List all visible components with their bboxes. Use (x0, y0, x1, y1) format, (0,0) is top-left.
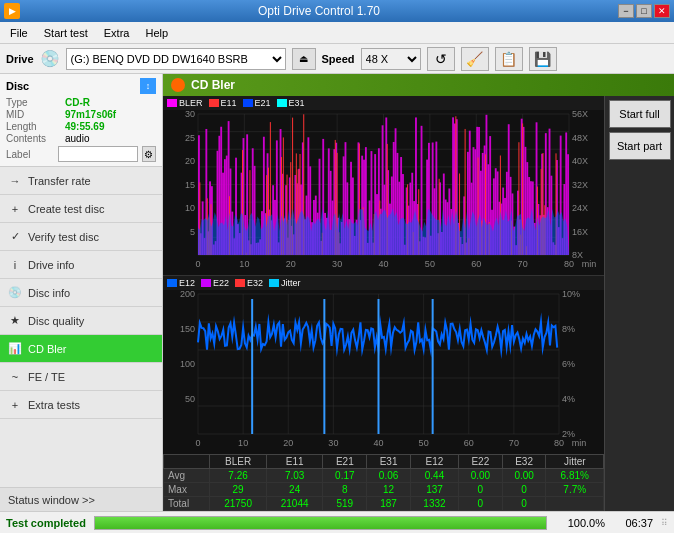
stats-header- (164, 455, 210, 469)
erase-button[interactable]: 🧹 (461, 47, 489, 71)
close-button[interactable]: ✕ (654, 4, 670, 18)
nav-icon-create-test-disc: + (8, 202, 22, 216)
type-value: CD-R (65, 97, 90, 108)
stats-cell-Total-0: 21750 (210, 497, 267, 511)
nav-item-disc-info[interactable]: 💿Disc info (0, 279, 162, 307)
maximize-button[interactable]: □ (636, 4, 652, 18)
chart-title-bar: CD Bler (163, 74, 674, 96)
speed-label: Speed (322, 53, 355, 65)
stats-header-E11: E11 (266, 455, 323, 469)
refresh-button[interactable]: ↺ (427, 47, 455, 71)
stats-cell-Total-6: 0 (502, 497, 546, 511)
stats-cell-Max-2: 8 (323, 483, 367, 497)
length-key: Length (6, 121, 61, 132)
nav-icon-drive-info: i (8, 258, 22, 272)
legend-e12: E12 (167, 278, 195, 288)
stats-cell-Avg-3: 0.06 (367, 469, 411, 483)
stats-row-total: Total (164, 497, 210, 511)
time-elapsed: 06:37 (613, 517, 653, 529)
legend-e22: E22 (201, 278, 229, 288)
label-key: Label (6, 149, 54, 160)
stats-cell-Max-4: 137 (410, 483, 458, 497)
copy-button[interactable]: 📋 (495, 47, 523, 71)
stats-cell-Max-5: 0 (458, 483, 502, 497)
legend-e32: E32 (235, 278, 263, 288)
progress-fill (95, 517, 546, 529)
top-chart (163, 96, 604, 275)
drive-label: Drive (6, 53, 34, 65)
drive-select[interactable]: (G:) BENQ DVD DD DW1640 BSRB (66, 48, 286, 70)
stats-cell-Avg-6: 0.00 (502, 469, 546, 483)
legend-e11: E11 (209, 98, 237, 108)
menu-extra[interactable]: Extra (98, 25, 136, 41)
menu-file[interactable]: File (4, 25, 34, 41)
stats-cell-Max-1: 24 (266, 483, 323, 497)
minimize-button[interactable]: − (618, 4, 634, 18)
speed-select[interactable]: 48 X (361, 48, 421, 70)
nav-item-disc-quality[interactable]: ★Disc quality (0, 307, 162, 335)
stats-header-E12: E12 (410, 455, 458, 469)
app-icon: ▶ (4, 3, 20, 19)
nav-item-verify-test-disc[interactable]: ✓Verify test disc (0, 223, 162, 251)
nav-item-create-test-disc[interactable]: +Create test disc (0, 195, 162, 223)
disc-title: Disc (6, 80, 29, 92)
length-value: 49:55.69 (65, 121, 104, 132)
nav-icon-cd-bler: 📊 (8, 342, 22, 356)
stats-header-E31: E31 (367, 455, 411, 469)
stats-cell-Total-4: 1332 (410, 497, 458, 511)
nav-label-verify-test-disc: Verify test disc (28, 231, 99, 243)
legend-e21: E21 (243, 98, 271, 108)
drive-bar: Drive 💿 (G:) BENQ DVD DD DW1640 BSRB ⏏ S… (0, 44, 674, 74)
nav-item-drive-info[interactable]: iDrive info (0, 251, 162, 279)
stats-cell-Max-6: 0 (502, 483, 546, 497)
status-window-button[interactable]: Status window >> (0, 487, 162, 511)
chart-icon (171, 78, 185, 92)
main-area: Disc ↕ Type CD-R MID 97m17s06f Length 49… (0, 74, 674, 511)
nav-icon-transfer-rate: → (8, 174, 22, 188)
disc-panel: Disc ↕ Type CD-R MID 97m17s06f Length 49… (0, 74, 162, 167)
nav-list: →Transfer rate+Create test disc✓Verify t… (0, 167, 162, 419)
nav-icon-disc-info: 💿 (8, 286, 22, 300)
mid-key: MID (6, 109, 61, 120)
nav-label-fe-te: FE / TE (28, 371, 65, 383)
nav-item-extra-tests[interactable]: +Extra tests (0, 391, 162, 419)
nav-label-transfer-rate: Transfer rate (28, 175, 91, 187)
menu-help[interactable]: Help (139, 25, 174, 41)
nav-item-cd-bler[interactable]: 📊CD Bler (0, 335, 162, 363)
start-part-button[interactable]: Start part (609, 132, 671, 160)
eject-button[interactable]: ⏏ (292, 48, 316, 70)
start-full-button[interactable]: Start full (609, 100, 671, 128)
nav-label-drive-info: Drive info (28, 259, 74, 271)
nav-item-fe-te[interactable]: ~FE / TE (0, 363, 162, 391)
save-button[interactable]: 💾 (529, 47, 557, 71)
stats-header-Jitter: Jitter (546, 455, 604, 469)
stats-cell-Total-1: 21044 (266, 497, 323, 511)
menu-bar: File Start test Extra Help (0, 22, 674, 44)
contents-key: Contents (6, 133, 61, 144)
label-icon-button[interactable]: ⚙ (142, 146, 156, 162)
nav-icon-disc-quality: ★ (8, 314, 22, 328)
stats-cell-Total-2: 519 (323, 497, 367, 511)
nav-label-cd-bler: CD Bler (28, 343, 67, 355)
bottom-chart (163, 276, 604, 454)
stats-cell-Max-0: 29 (210, 483, 267, 497)
stats-cell-Total-5: 0 (458, 497, 502, 511)
stats-cell-Avg-1: 7.03 (266, 469, 323, 483)
stats-cell-Max-7: 7.7% (546, 483, 604, 497)
stats-header-BLER: BLER (210, 455, 267, 469)
label-input[interactable] (58, 146, 138, 162)
legend-jitter: Jitter (269, 278, 301, 288)
stats-row-avg: Avg (164, 469, 210, 483)
stats-header-E21: E21 (323, 455, 367, 469)
stats-cell-Avg-0: 7.26 (210, 469, 267, 483)
stats-cell-Max-3: 12 (367, 483, 411, 497)
contents-value: audio (65, 133, 89, 144)
app-title: Opti Drive Control 1.70 (20, 4, 618, 18)
drive-icon: 💿 (40, 49, 60, 68)
menu-start-test[interactable]: Start test (38, 25, 94, 41)
stats-row-max: Max (164, 483, 210, 497)
disc-arrow-button[interactable]: ↕ (140, 78, 156, 94)
status-bar: Test completed 100.0% 06:37 ⠿ (0, 511, 674, 533)
nav-item-transfer-rate[interactable]: →Transfer rate (0, 167, 162, 195)
stats-cell-Avg-4: 0.44 (410, 469, 458, 483)
